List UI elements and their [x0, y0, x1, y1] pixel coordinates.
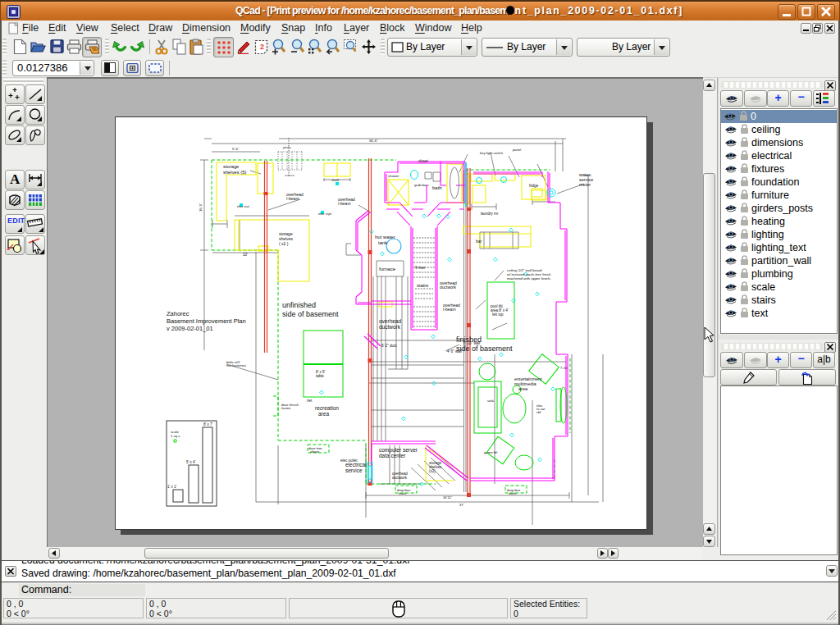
svg-text:electrical: electrical: [345, 462, 367, 468]
svg-text:above: above: [310, 449, 320, 454]
svg-text:bath: bath: [432, 185, 442, 190]
svg-text:fridge: fridge: [529, 184, 539, 188]
svg-text:side of basement: side of basement: [456, 344, 513, 353]
svg-text:joists: joists: [282, 145, 291, 149]
svg-text:bar: bar: [476, 239, 482, 244]
svg-text:34'11": 34'11": [443, 495, 453, 500]
svg-text:felt top: felt top: [492, 312, 504, 317]
svg-text:1 sq =: 1 sq =: [171, 434, 180, 438]
svg-text:5'-6": 5'-6": [232, 147, 240, 151]
svg-text:hot water: hot water: [375, 235, 395, 240]
svg-text:game tbl: game tbl: [484, 450, 497, 454]
svg-text:ductwork: ductwork: [379, 324, 401, 330]
svg-text:1' x 1': 1' x 1': [167, 485, 177, 489]
svg-text:finished: finished: [456, 335, 482, 344]
svg-text:shelves (5): shelves (5): [223, 170, 246, 175]
svg-text:closet: closet: [418, 159, 429, 163]
svg-text:8' x 7': 8' x 7': [203, 422, 213, 427]
svg-text:2: 2: [260, 43, 264, 51]
svg-text:ductwork: ductwork: [440, 285, 457, 290]
svg-text:( x2 ): ( x2 ): [279, 241, 289, 246]
svg-text:cbl: cbl: [536, 410, 541, 414]
svg-text:panel: panel: [513, 148, 521, 152]
svg-text:36'-6": 36'-6": [369, 139, 378, 143]
svg-text:grab bars: grab bars: [414, 183, 429, 187]
svg-text:net: net: [307, 399, 313, 403]
svg-text:furnace: furnace: [379, 267, 396, 271]
svg-text:trash: trash: [399, 491, 407, 495]
svg-text:9 riser: 9 riser: [415, 266, 426, 270]
svg-text:Zahorec: Zahorec: [167, 310, 189, 317]
svg-text:elec rcpt: elec rcpt: [318, 212, 332, 216]
svg-text:meter: meter: [579, 182, 591, 187]
svg-text:unfinished: unfinished: [282, 301, 316, 309]
svg-text:laundry rm: laundry rm: [481, 212, 499, 216]
svg-text:area: area: [518, 386, 528, 391]
svg-text:Basement Improvement Plan: Basement Improvement Plan: [167, 317, 246, 325]
svg-text:recreation: recreation: [315, 405, 339, 411]
svg-text:16'-9": 16'-9": [199, 203, 203, 212]
svg-text:shower: shower: [388, 174, 399, 178]
svg-text:machined with upper levels: machined with upper levels: [507, 276, 551, 281]
svg-text:7-10: 7-10: [560, 366, 568, 370]
svg-text:key light switch: key light switch: [480, 151, 504, 155]
svg-text:stairs: stairs: [417, 283, 428, 288]
svg-text:(x2): (x2): [429, 469, 436, 473]
svg-text:ductwork: ductwork: [392, 476, 408, 480]
svg-text:side of basement: side of basement: [282, 310, 339, 318]
svg-text:area: area: [318, 411, 329, 417]
svg-text:overhead: overhead: [379, 318, 401, 324]
svg-text:I-beam: I-beam: [286, 196, 299, 201]
svg-text:10': 10': [243, 253, 248, 257]
svg-text:5' x 4': 5' x 4': [186, 460, 196, 464]
svg-text:I-beam: I-beam: [338, 201, 351, 206]
svg-text:table: table: [316, 374, 324, 378]
svg-text:I-beam: I-beam: [443, 307, 456, 312]
svg-text:6' 2" duct: 6' 2" duct: [381, 344, 397, 348]
svg-text:elec out: elec out: [237, 204, 250, 208]
svg-text:tank: tank: [378, 240, 388, 245]
svg-text:v 2009-02-01_01: v 2009-02-01_01: [167, 325, 213, 332]
svg-text:shelf: shelf: [331, 178, 340, 182]
svg-text:trash: trash: [509, 491, 517, 495]
svg-text:sofa: sofa: [487, 399, 495, 403]
svg-text:service: service: [345, 468, 363, 473]
svg-text:data center: data center: [379, 453, 406, 458]
svg-text:fasten: fasten: [281, 406, 291, 410]
svg-text:storage: storage: [223, 164, 239, 169]
svg-text:37': 37': [459, 503, 464, 507]
svg-text:nut fasteners: nut fasteners: [226, 363, 246, 367]
